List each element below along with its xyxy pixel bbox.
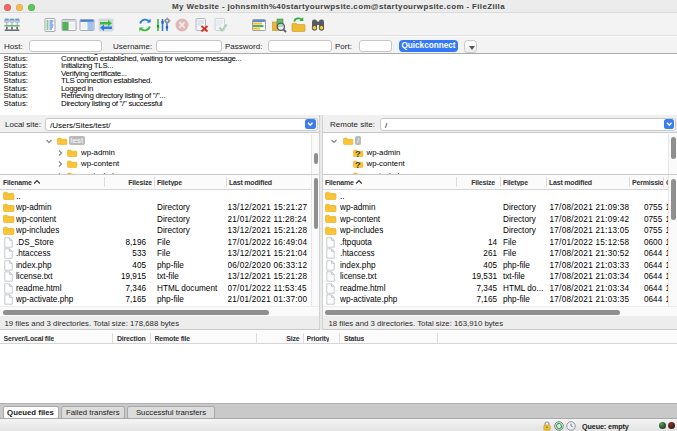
disconnect-icon[interactable]	[193, 17, 209, 33]
host-input[interactable]	[29, 40, 102, 52]
folder-icon	[3, 203, 14, 212]
local-file-row[interactable]: .htaccess533File13/12/2021 15:21:04	[0, 248, 311, 260]
remote-site-combo[interactable]: /	[380, 118, 676, 131]
local-file-row[interactable]: index.php405php-file06/02/2020 06:33:12	[0, 259, 311, 271]
local-site-combo-dropdown[interactable]	[305, 119, 316, 129]
username-input[interactable]	[156, 40, 222, 52]
queue-column-remote-file[interactable]: Remote file	[155, 335, 191, 342]
cell-modified: 17/01/2022 15:12:58	[550, 238, 630, 247]
queue-column-priority[interactable]: Priority	[307, 335, 330, 342]
filter-icon[interactable]	[251, 17, 267, 33]
cell-type: HTML document	[157, 284, 226, 293]
green-activity-dot	[659, 422, 666, 429]
column-header-filename[interactable]: Filename	[325, 179, 456, 186]
collapse-icon[interactable]	[45, 137, 53, 145]
local-list-header: FilenameFilesizeFiletypeLast modified	[0, 175, 311, 190]
find-files-icon[interactable]	[310, 17, 326, 33]
cell-name: ..	[340, 192, 456, 201]
local-pane-status: 19 files and 3 directories. Total size: …	[5, 319, 180, 328]
collapse-icon[interactable]	[330, 137, 338, 145]
queue-column-size[interactable]: Size	[256, 335, 300, 342]
local-list-hscrollbar[interactable]	[0, 306, 319, 317]
password-input[interactable]	[268, 40, 332, 52]
remote-file-row[interactable]: wp-contentDirectory17/08/2021 21:09:4207…	[322, 213, 668, 225]
lock-icon[interactable]	[542, 421, 552, 431]
username-label: Username:	[113, 42, 152, 51]
sync-indicator-icon[interactable]	[554, 421, 564, 431]
local-file-row[interactable]: license.txt19,915txt-file13/12/2021 15:2…	[0, 271, 311, 283]
column-header-filesize[interactable]: Filesize	[456, 179, 495, 186]
remote-list-scrollbar[interactable]	[668, 175, 677, 306]
remote-file-row[interactable]: license.txt19,531txt-file17/08/2021 21:0…	[322, 271, 668, 283]
remote-list-hscrollbar[interactable]	[323, 306, 677, 317]
cancel-icon[interactable]	[174, 17, 190, 33]
cell-perms: 0644	[644, 295, 663, 304]
local-file-row[interactable]: .DS_Store8,196File17/01/2022 16:49:04	[0, 236, 311, 248]
column-header-filetype[interactable]: Filetype	[157, 179, 226, 186]
tab-failed-transfers[interactable]: Failed transfers	[61, 406, 125, 419]
site-manager-icon[interactable]	[4, 17, 20, 33]
cell-type: Directory	[157, 226, 226, 235]
quickconnect-dropdown-button[interactable]	[464, 40, 477, 53]
quickconnect-button[interactable]: Quickconnect	[399, 40, 458, 53]
cell-size: 7,345	[456, 284, 497, 293]
column-header-last-modified[interactable]: Last modified	[549, 179, 629, 186]
column-header-permissions[interactable]: Permissions	[632, 179, 663, 186]
local-file-row[interactable]: ..	[0, 190, 311, 202]
cell-name: wp-admin	[340, 203, 456, 212]
filezilla-window: My Website - johnsmith%40startyourwpsite…	[0, 0, 677, 431]
local-file-row[interactable]: readme.html7,346HTML document07/01/2022 …	[0, 282, 311, 294]
tab-queued-files[interactable]: Queued files	[3, 406, 59, 419]
local-file-row[interactable]: wp-contentDirectory21/01/2022 11:28:24	[0, 213, 311, 225]
transfer-queue-header: Server/Local fileDirectionRemote fileSiz…	[0, 331, 677, 344]
reconnect-icon[interactable]	[212, 17, 228, 33]
remote-tree-scrollbar[interactable]	[668, 134, 677, 174]
toggle-queue-icon[interactable]	[98, 17, 114, 33]
remote-file-row[interactable]: wp-activate.php7,165php-file17/08/2021 2…	[322, 294, 668, 306]
column-header-last-modified[interactable]: Last modified	[229, 179, 311, 186]
toggle-local-tree-icon[interactable]	[61, 17, 77, 33]
sync-browsing-icon[interactable]	[291, 17, 307, 33]
cell-size: 7,165	[456, 295, 497, 304]
remote-site-combo-dropdown[interactable]	[664, 119, 675, 129]
remote-file-row[interactable]: index.php405php-file17/08/2021 21:03:330…	[322, 259, 668, 271]
local-file-row[interactable]: wp-activate.php7,165php-file21/01/2021 0…	[0, 294, 311, 306]
column-header-filetype[interactable]: Filetype	[503, 179, 546, 186]
local-site-combo[interactable]: /Users/Sites/test/	[45, 118, 318, 131]
toggle-remote-tree-icon[interactable]	[79, 17, 95, 33]
queue-column-direction[interactable]: Direction	[117, 335, 146, 342]
remote-file-row[interactable]: readme.html7,345HTML do...17/08/2021 21:…	[322, 282, 668, 294]
tab-successful-transfers[interactable]: Successful transfers	[127, 406, 215, 419]
column-header-filename[interactable]: Filename	[3, 179, 104, 186]
expand-icon[interactable]	[56, 149, 64, 157]
folder-icon	[67, 149, 77, 157]
remote-file-row[interactable]: .htaccess261File17/08/2021 21:30:5206441…	[322, 248, 668, 260]
cell-type: Directory	[157, 215, 226, 224]
folder-icon	[67, 160, 77, 168]
compare-icon[interactable]	[271, 17, 287, 33]
local-tree-scrollbar[interactable]	[311, 134, 319, 174]
local-file-row[interactable]: wp-adminDirectory13/12/2021 15:21:27	[0, 202, 311, 214]
pane-divider[interactable]	[319, 115, 323, 330]
local-file-row[interactable]: wp-includesDirectory13/12/2021 15:21:28	[0, 225, 311, 237]
process-queue-icon[interactable]	[155, 17, 171, 33]
expand-icon[interactable]	[56, 160, 64, 168]
remote-file-row[interactable]: wp-includesDirectory17/08/2021 21:13:050…	[322, 225, 668, 237]
remote-file-row[interactable]: ..	[322, 190, 668, 202]
port-input[interactable]	[359, 40, 392, 52]
cell-name: .htaccess	[340, 249, 456, 258]
refresh-icon[interactable]	[137, 17, 153, 33]
cell-modified: 13/12/2021 15:21:28	[228, 226, 312, 235]
cell-modified: 17/01/2022 16:49:04	[228, 238, 312, 247]
remote-file-row[interactable]: .ftpquota14File17/01/2022 15:12:58060013	[322, 236, 668, 248]
local-list-scrollbar[interactable]	[311, 175, 319, 306]
cell-perms: 0644	[644, 261, 663, 270]
remote-file-row[interactable]: wp-adminDirectory17/08/2021 21:09:380755…	[322, 202, 668, 214]
toggle-log-icon[interactable]	[42, 17, 58, 33]
clock-icon[interactable]	[566, 421, 576, 431]
queue-column-status[interactable]: Status	[344, 335, 364, 342]
queue-column-server-local-file[interactable]: Server/Local file	[4, 335, 55, 342]
log-line: Status:Directory listing of "/" successf…	[0, 100, 677, 108]
file-icon	[325, 260, 336, 271]
column-header-filesize[interactable]: Filesize	[104, 179, 152, 186]
